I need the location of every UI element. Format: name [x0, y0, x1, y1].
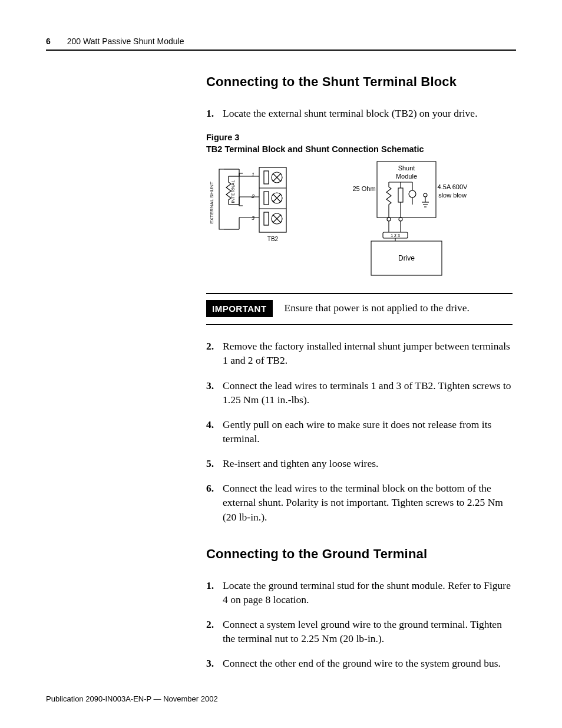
figure: EXTERNAL SHUNT INTERNAL: [206, 159, 513, 282]
svg-text:2: 2: [251, 193, 254, 199]
figure-title: TB2 Terminal Block and Shunt Connection …: [206, 144, 424, 154]
page: 6 200 Watt Passive Shunt Module Connecti…: [0, 0, 562, 728]
main-content: Connecting to the Shunt Terminal Block 1…: [206, 74, 513, 670]
step-number: 2.: [206, 339, 223, 367]
list-item: 6.Connect the lead wires to the terminal…: [206, 481, 513, 523]
list-item: 2.Connect a system level ground wire to …: [206, 617, 513, 645]
svg-text:1: 1: [252, 172, 254, 177]
svg-text:slow blow: slow blow: [438, 192, 467, 199]
step-text: Locate the external shunt terminal block…: [223, 106, 513, 120]
tb2-schematic-icon: EXTERNAL SHUNT INTERNAL: [206, 159, 300, 247]
list-item: 3.Connect the lead wires to terminals 1 …: [206, 378, 513, 407]
running-header: 6 200 Watt Passive Shunt Module: [46, 37, 516, 46]
svg-text:Drive: Drive: [398, 254, 415, 262]
step-number: 2.: [206, 617, 223, 645]
step-text: Connect the lead wires to terminals 1 an…: [223, 378, 513, 407]
step-list: 1.Locate the ground terminal stud for th…: [206, 578, 513, 671]
step-number: 3.: [206, 656, 223, 670]
section-heading: Connecting to the Shunt Terminal Block: [206, 74, 513, 90]
shunt-drive-schematic-icon: Shunt Module 25 Ohm 4.5A 600V slow blow: [342, 159, 471, 282]
important-text: Ensure that power is not applied to the …: [285, 300, 513, 315]
svg-text:EXTERNAL SHUNT: EXTERNAL SHUNT: [209, 182, 214, 224]
step-text: Re-insert and tighten any loose wires.: [223, 456, 513, 470]
svg-text:Module: Module: [396, 173, 417, 180]
list-item: 1. Locate the external shunt terminal bl…: [206, 106, 513, 120]
header-rule: [46, 50, 516, 51]
important-callout: IMPORTANT Ensure that power is not appli…: [206, 293, 513, 325]
list-item: 2.Remove the factory installed internal …: [206, 339, 513, 367]
step-text: Gently pull on each wire to make sure it…: [223, 417, 513, 446]
svg-text:INTERNAL: INTERNAL: [230, 180, 236, 203]
list-item: 4.Gently pull on each wire to make sure …: [206, 417, 513, 446]
svg-point-46: [399, 218, 402, 221]
figure-number: Figure 3: [206, 133, 239, 142]
step-number: 6.: [206, 481, 223, 523]
step-list: 2.Remove the factory installed internal …: [206, 339, 513, 523]
page-number: 6: [46, 37, 51, 46]
svg-text:25 Ohm: 25 Ohm: [352, 185, 375, 192]
svg-rect-30: [398, 188, 403, 202]
svg-point-34: [409, 190, 416, 197]
step-text: Remove the factory installed internal sh…: [223, 339, 513, 367]
list-item: 1.Locate the ground terminal stud for th…: [206, 578, 513, 607]
svg-text:1 2 3: 1 2 3: [391, 233, 400, 238]
list-item: 3.Connect the other end of the ground wi…: [206, 656, 513, 670]
svg-text:4.5A 600V: 4.5A 600V: [438, 183, 468, 190]
svg-rect-17: [264, 192, 269, 205]
step-text: Connect the other end of the ground wire…: [223, 656, 513, 670]
doc-title: 200 Watt Passive Shunt Module: [67, 37, 184, 46]
svg-text:Shunt: Shunt: [398, 164, 415, 172]
step-list: 1. Locate the external shunt terminal bl…: [206, 106, 513, 120]
step-number: 1.: [206, 106, 223, 120]
section-heading: Connecting to the Ground Terminal: [206, 546, 513, 562]
step-number: 4.: [206, 417, 223, 446]
step-text: Connect the lead wires to the terminal b…: [223, 481, 513, 523]
svg-point-45: [387, 218, 391, 221]
svg-point-37: [424, 193, 427, 197]
svg-text:3: 3: [252, 215, 254, 221]
list-item: 5.Re-insert and tighten any loose wires.: [206, 456, 513, 470]
step-text: Locate the ground terminal stud for the …: [223, 578, 513, 607]
step-number: 1.: [206, 578, 223, 607]
footer: Publication 2090-IN003A-EN-P — November …: [46, 694, 218, 703]
svg-rect-15: [264, 171, 269, 184]
important-badge: IMPORTANT: [206, 300, 273, 317]
step-number: 3.: [206, 378, 223, 407]
step-number: 5.: [206, 456, 223, 470]
svg-text:TB2: TB2: [267, 236, 279, 242]
step-text: Connect a system level ground wire to th…: [223, 617, 513, 645]
svg-rect-19: [264, 212, 269, 225]
figure-caption: Figure 3 TB2 Terminal Block and Shunt Co…: [206, 132, 513, 155]
